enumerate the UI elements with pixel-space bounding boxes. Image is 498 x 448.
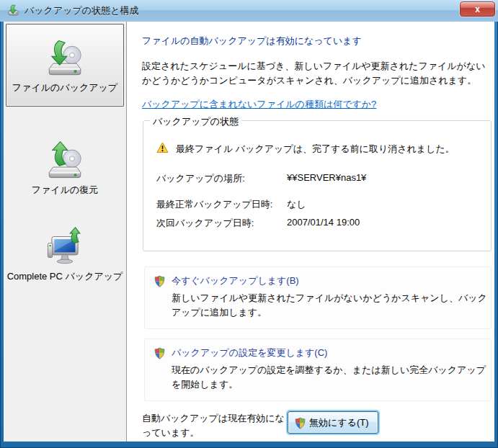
- row-value: 2007/01/14 19:00: [287, 217, 360, 230]
- row-label: 次回バックアップ日時:: [156, 217, 287, 230]
- row-label: 最終正常バックアップ日時:: [156, 198, 287, 211]
- row-label: バックアップの場所:: [156, 172, 287, 185]
- backup-now-title: 今すぐバックアップします(B): [172, 274, 487, 287]
- backup-status-groupbox: バックアップの状態 最終ファイル バックアップは、完了する前に取り消されました。…: [143, 120, 492, 251]
- sidebar-item-file-restore[interactable]: ファイルの復元: [6, 130, 124, 205]
- row-value: なし: [287, 198, 306, 211]
- uac-shield-icon: [154, 347, 166, 359]
- disable-button[interactable]: 無効にする(T): [288, 411, 378, 434]
- page-title: ファイルの自動バックアップは有効になっています: [142, 35, 494, 48]
- backup-now-description: 新しいファイルや更新されたファイルがないかどうかスキャンし、バックアップに追加し…: [172, 291, 487, 320]
- disable-button-label: 無効にする(T): [309, 416, 369, 429]
- footer-row: 自動バックアップは現在有効になっています。: [142, 411, 494, 440]
- sidebar: ファイルのバックアップ ファイルの復元: [4, 22, 127, 442]
- window-icon: [7, 4, 20, 17]
- sidebar-item-label: Complete PC バックアップ: [7, 271, 123, 282]
- file-restore-icon: [44, 140, 86, 182]
- close-icon[interactable]: x: [460, 1, 495, 17]
- sidebar-item-file-backup[interactable]: ファイルのバックアップ: [6, 24, 124, 107]
- complete-pc-icon: [44, 226, 86, 268]
- auto-backup-status-text: 自動バックアップは現在有効になっています。: [142, 411, 288, 440]
- sidebar-item-label: ファイルのバックアップ: [12, 82, 117, 94]
- excluded-file-types-link[interactable]: バックアップに含まれないファイルの種類は何ですか?: [142, 98, 376, 111]
- change-settings-description: 現在のバックアップの設定を調整するか、または新しい完全バックアップを開始します。: [172, 363, 487, 392]
- groupbox-title: バックアップの状態: [150, 115, 241, 128]
- backup-now-command[interactable]: 今すぐバックアップします(B) 新しいファイルや更新されたファイルがないかどうか…: [144, 266, 492, 329]
- status-row-next-backup: 次回バックアップ日時: 2007/01/14 19:00: [156, 217, 491, 230]
- warning-row: 最終ファイル バックアップは、完了する前に取り消されました。: [156, 143, 491, 156]
- sidebar-item-label: ファイルの復元: [32, 184, 99, 196]
- row-value: ¥¥SERVER¥nas1¥: [287, 172, 366, 185]
- main-pane: ファイルの自動バックアップは有効になっています 設定されたスケジュールに基づき、…: [128, 22, 494, 442]
- status-row-location: バックアップの場所: ¥¥SERVER¥nas1¥: [156, 172, 491, 185]
- warning-text: 最終ファイル バックアップは、完了する前に取り消されました。: [176, 143, 455, 156]
- window-title: バックアップの状態と構成: [25, 4, 138, 17]
- sidebar-item-complete-pc[interactable]: Complete PC バックアップ: [6, 215, 124, 294]
- change-settings-title: バックアップの設定を変更します(C): [172, 346, 487, 359]
- warning-icon: [156, 142, 169, 153]
- uac-shield-icon: [154, 275, 166, 287]
- status-row-last-backup: 最終正常バックアップ日時: なし: [156, 198, 491, 211]
- dialog-content: ファイルのバックアップ ファイルの復元: [4, 22, 494, 442]
- change-settings-command[interactable]: バックアップの設定を変更します(C) 現在のバックアップの設定を調整するか、また…: [144, 339, 492, 401]
- file-backup-icon: [44, 37, 86, 79]
- uac-shield-icon: [294, 417, 306, 429]
- title-bar[interactable]: バックアップの状態と構成 x: [0, 0, 498, 22]
- backup-status-window: バックアップの状態と構成 x ファイルのバックアップ: [0, 0, 498, 448]
- description-text: 設定されたスケジュールに基づき、新しいファイルや更新されたファイルがないかどうか…: [142, 59, 486, 88]
